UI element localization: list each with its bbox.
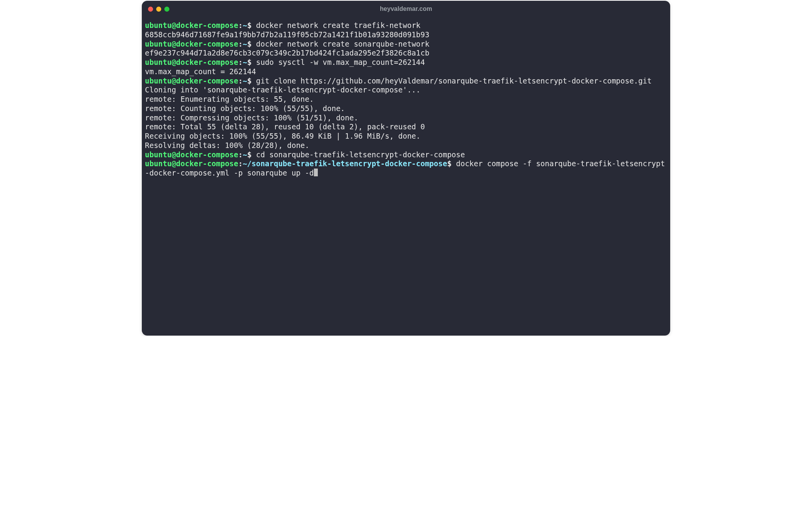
prompt-dollar: $ <box>247 77 251 85</box>
output-line: remote: Total 55 (delta 28), reused 10 (… <box>145 122 425 131</box>
prompt-dollar: $ <box>247 150 251 159</box>
traffic-lights <box>148 7 169 12</box>
prompt-dollar: $ <box>247 21 251 30</box>
output-line: vm.max_map_count = 262144 <box>145 67 256 76</box>
output-line: remote: Enumerating objects: 55, done. <box>145 95 314 103</box>
prompt-sep: : <box>238 40 242 48</box>
cursor-icon <box>314 169 318 176</box>
prompt-path: ~/sonarqube-traefik-letsencrypt-docker-c… <box>243 159 447 168</box>
prompt-path: ~ <box>243 21 247 30</box>
terminal-content[interactable]: ubuntu@docker-compose:~$ docker network … <box>142 17 670 336</box>
terminal-window: heyvaldemar.com ubuntu@docker-compose:~$… <box>142 1 670 336</box>
output-line: ef9e237c944d71a2d8e76cb3c079c349c2b17bd4… <box>145 49 429 57</box>
prompt-path: ~ <box>243 150 247 159</box>
output-line: 6858ccb946d71687fe9a1f9bb7d7b2a119f05cb7… <box>145 30 429 39</box>
prompt-path: ~ <box>243 40 247 48</box>
prompt-user: ubuntu@docker-compose <box>145 77 238 85</box>
output-line: Resolving deltas: 100% (28/28), done. <box>145 141 309 150</box>
output-line: Receiving objects: 100% (55/55), 86.49 K… <box>145 132 420 140</box>
maximize-icon[interactable] <box>164 7 169 12</box>
prompt-user: ubuntu@docker-compose <box>145 150 238 159</box>
prompt-path: ~ <box>243 58 247 66</box>
output-line: remote: Compressing objects: 100% (51/51… <box>145 113 358 122</box>
prompt-user: ubuntu@docker-compose <box>145 21 238 30</box>
titlebar: heyvaldemar.com <box>142 1 670 17</box>
prompt-user: ubuntu@docker-compose <box>145 159 238 168</box>
prompt-path: ~ <box>243 77 247 85</box>
prompt-sep: : <box>238 58 242 66</box>
prompt-dollar: $ <box>247 58 251 66</box>
prompt-sep: : <box>238 77 242 85</box>
close-icon[interactable] <box>148 7 153 12</box>
command-line: docker network create traefik-network <box>252 21 421 30</box>
output-line: Cloning into 'sonarqube-traefik-letsencr… <box>145 85 420 94</box>
prompt-sep: : <box>238 159 242 168</box>
command-line: git clone https://github.com/heyValdemar… <box>252 77 652 85</box>
command-line: cd sonarqube-traefik-letsencrypt-docker-… <box>252 150 465 159</box>
command-line: docker network create sonarqube-network <box>252 40 430 48</box>
prompt-user: ubuntu@docker-compose <box>145 58 238 66</box>
prompt-dollar: $ <box>447 159 451 168</box>
prompt-sep: : <box>238 21 242 30</box>
minimize-icon[interactable] <box>156 7 161 12</box>
prompt-dollar: $ <box>247 40 251 48</box>
command-line: sudo sysctl -w vm.max_map_count=262144 <box>252 58 425 66</box>
window-title: heyvaldemar.com <box>142 5 670 12</box>
prompt-user: ubuntu@docker-compose <box>145 40 238 48</box>
output-line: remote: Counting objects: 100% (55/55), … <box>145 104 345 113</box>
prompt-sep: : <box>238 150 242 159</box>
